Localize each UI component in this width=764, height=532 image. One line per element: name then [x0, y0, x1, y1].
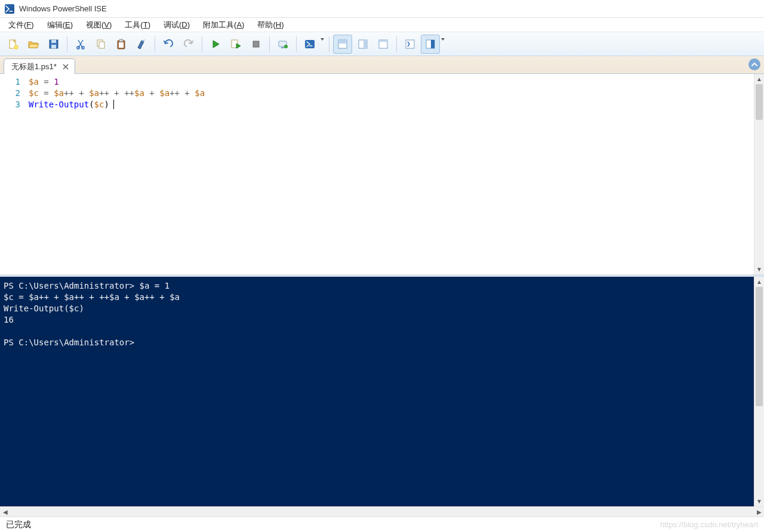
new-remote-tab-button[interactable]	[273, 35, 292, 54]
layout-script-right-button[interactable]	[353, 35, 372, 54]
svg-rect-8	[99, 42, 104, 48]
svg-rect-3	[51, 40, 56, 43]
code-editor[interactable]: 123 $a = 1$c = $a++ + $a++ + ++$a + $a++…	[0, 74, 754, 274]
chevron-down-icon	[321, 38, 325, 50]
run-selection-icon	[230, 38, 242, 50]
run-button[interactable]	[206, 35, 225, 54]
svg-rect-26	[431, 40, 435, 48]
run-icon	[210, 38, 221, 50]
scroll-left-button[interactable]: ◀	[0, 507, 10, 516]
open-button[interactable]	[24, 35, 43, 54]
menu-v[interactable]: 视图(V)	[80, 18, 118, 32]
menubar: 文件(F)编辑(E)视图(V)工具(T)调试(D)附加工具(A)帮助(H)	[0, 18, 764, 32]
editor-vertical-scrollbar[interactable]: ▲ ▼	[754, 74, 764, 274]
toolbar-separator	[329, 36, 329, 52]
toolbar-separator	[296, 36, 297, 52]
console-vertical-scrollbar[interactable]: ▲ ▼	[754, 277, 764, 506]
scroll-up-button[interactable]: ▲	[754, 74, 764, 84]
toolbar-overflow[interactable]	[441, 35, 446, 54]
save-icon	[48, 38, 60, 50]
start-powershell-button[interactable]	[300, 35, 319, 54]
layout-script-top-icon	[337, 38, 349, 50]
toolbar-separator	[269, 36, 270, 52]
tab-strip: 无标题1.ps1*	[0, 56, 764, 74]
titlebar: Windows PowerShell ISE	[0, 0, 764, 18]
menu-h[interactable]: 帮助(H)	[251, 18, 289, 32]
cut-icon	[75, 38, 87, 50]
menu-f[interactable]: 文件(F)	[2, 18, 40, 32]
show-command-pane-button[interactable]	[421, 35, 440, 54]
scroll-down-button[interactable]: ▼	[754, 264, 764, 274]
svg-rect-23	[379, 40, 387, 42]
chevron-down-icon	[441, 38, 446, 50]
script-pane: 123 $a = 1$c = $a++ + $a++ + ++$a + $a++…	[0, 74, 764, 277]
svg-rect-24	[406, 40, 414, 48]
stop-icon	[250, 38, 262, 50]
statusbar: 已完成 https://blog.csdn.net/tryheart	[0, 516, 764, 532]
copy-button[interactable]	[91, 35, 110, 54]
save-button[interactable]	[44, 35, 63, 54]
scroll-thumb[interactable]	[756, 287, 763, 406]
chevron-up-icon	[751, 61, 758, 68]
toolbar	[0, 32, 764, 56]
watermark-text: https://blog.csdn.net/tryheart	[660, 520, 758, 529]
window-title: Windows PowerShell ISE	[19, 4, 107, 13]
layout-script-max-button[interactable]	[374, 35, 393, 54]
powershell-dropdown[interactable]	[321, 35, 325, 54]
collapse-script-pane-button[interactable]	[748, 58, 760, 70]
svg-rect-4	[51, 45, 56, 48]
svg-rect-19	[338, 40, 347, 44]
paste-icon	[115, 38, 127, 50]
scroll-thumb[interactable]	[756, 84, 763, 120]
tab-label: 无标题1.ps1*	[11, 61, 57, 72]
command-addon-icon	[404, 38, 416, 50]
scroll-down-button[interactable]: ▼	[754, 496, 764, 506]
show-command-pane-icon	[424, 38, 436, 50]
menu-a[interactable]: 附加工具(A)	[197, 18, 250, 32]
toolbar-separator	[67, 36, 67, 52]
new-file-icon	[7, 38, 19, 50]
redo-button[interactable]	[179, 35, 198, 54]
powershell-app-icon	[5, 4, 14, 14]
undo-icon	[162, 38, 174, 50]
paste-button[interactable]	[112, 35, 131, 54]
open-folder-icon	[27, 38, 39, 50]
svg-rect-13	[253, 41, 259, 47]
svg-rect-15	[281, 47, 284, 48]
line-number-gutter: 123	[0, 76, 29, 274]
layout-script-max-icon	[377, 38, 389, 50]
copy-icon	[95, 38, 107, 50]
tab-untitled1[interactable]: 无标题1.ps1*	[4, 58, 75, 74]
scroll-up-button[interactable]: ▲	[754, 277, 764, 287]
menu-e[interactable]: 编辑(E)	[41, 18, 79, 32]
svg-point-16	[284, 45, 288, 48]
toolbar-separator	[202, 36, 202, 52]
clear-icon	[135, 38, 147, 50]
layout-script-top-button[interactable]	[333, 35, 352, 54]
code-content[interactable]: $a = 1$c = $a++ + $a++ + ++$a + $a++ + $…	[29, 76, 754, 274]
redo-icon	[183, 38, 195, 50]
clear-button[interactable]	[132, 35, 151, 54]
menu-d[interactable]: 调试(D)	[158, 18, 196, 32]
layout-script-right-icon	[357, 38, 369, 50]
toolbar-separator	[155, 36, 155, 52]
console-output[interactable]: PS C:\Users\Administrator> $a = 1 $c = $…	[0, 277, 754, 506]
scroll-right-button[interactable]: ▶	[754, 507, 764, 516]
new-file-button[interactable]	[4, 35, 23, 54]
run-selection-button[interactable]	[226, 35, 245, 54]
tab-close-button[interactable]	[61, 63, 70, 71]
undo-button[interactable]	[159, 35, 178, 54]
new-remote-tab-icon	[277, 38, 289, 50]
console-horizontal-scrollbar[interactable]: ◀ ▶	[0, 506, 764, 516]
stop-button[interactable]	[247, 35, 266, 54]
menu-t[interactable]: 工具(T)	[119, 18, 156, 32]
svg-rect-10	[119, 39, 123, 42]
powershell-icon	[304, 38, 316, 50]
close-icon	[63, 64, 69, 70]
toolbar-separator	[396, 36, 397, 52]
svg-rect-11	[119, 42, 124, 48]
cut-button[interactable]	[71, 35, 90, 54]
show-command-addon-button[interactable]	[401, 35, 420, 54]
status-text: 已完成	[6, 519, 31, 530]
svg-rect-21	[363, 40, 367, 48]
